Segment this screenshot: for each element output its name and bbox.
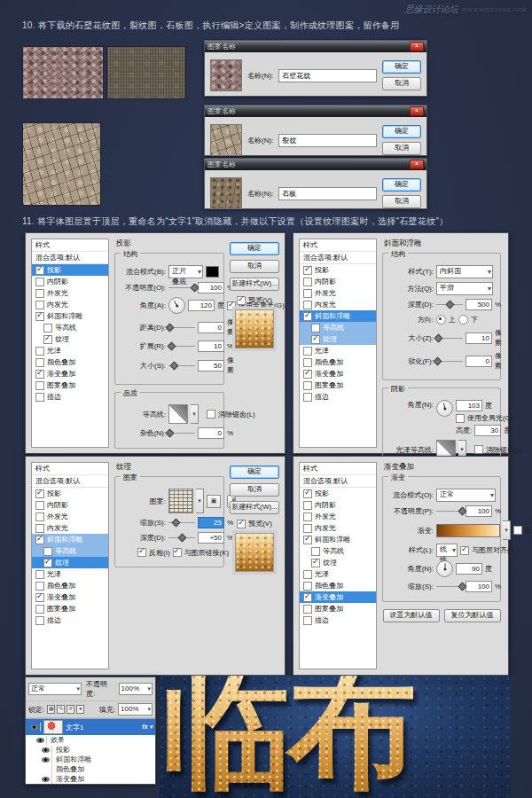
slider-track[interactable] [436, 586, 463, 587]
sidebar-item-颜色叠加[interactable]: 颜色叠加 [300, 580, 376, 591]
sidebar-item-描边[interactable]: 描边 [32, 614, 108, 626]
slider-track[interactable] [168, 346, 195, 347]
style-checkbox[interactable] [35, 393, 44, 402]
style-checkbox[interactable] [35, 605, 44, 614]
checkbox[interactable] [456, 414, 465, 423]
gradient-bar[interactable] [436, 524, 500, 537]
style-checkbox[interactable] [303, 393, 312, 402]
effect-row-投影[interactable]: 投影 [26, 745, 155, 755]
checkbox[interactable] [207, 410, 215, 419]
slider-knob[interactable] [446, 301, 455, 309]
sidebar-item-内发光[interactable]: 内发光 [300, 522, 376, 534]
style-checkbox[interactable] [303, 358, 312, 367]
sidebar-item-渐变叠加[interactable]: 渐变叠加 [32, 368, 108, 379]
cancel-button[interactable]: 取消 [382, 142, 421, 155]
style-checkbox[interactable] [35, 536, 44, 544]
value-input[interactable]: 50 [198, 360, 224, 372]
checkbox-option[interactable]: 反相(I) [137, 548, 170, 558]
value-input[interactable]: 10 [198, 340, 224, 352]
lock-position-icon[interactable]: ✛ [66, 705, 74, 714]
lock-all-icon[interactable]: ● [76, 705, 84, 714]
cancel-button[interactable]: 取消 [230, 260, 279, 273]
blending-options-item[interactable]: 混合选项:默认 [300, 252, 376, 264]
style-checkbox[interactable] [303, 605, 312, 614]
sidebar-item-外发光[interactable]: 外发光 [32, 511, 108, 522]
sidebar-item-图案叠加[interactable]: 图案叠加 [32, 379, 108, 391]
style-checkbox[interactable] [35, 582, 44, 591]
style-checkbox[interactable] [303, 301, 312, 309]
slider-track[interactable] [168, 287, 195, 288]
sidebar-item-纹理[interactable]: 纹理 [32, 333, 108, 345]
style-checkbox[interactable] [35, 570, 44, 579]
sidebar-item-描边[interactable]: 描边 [300, 391, 376, 403]
slider-track[interactable] [168, 365, 195, 366]
cancel-button[interactable]: 取消 [382, 195, 421, 208]
style-checkbox[interactable] [303, 489, 312, 498]
preview-checkbox-row[interactable]: 预览(V) [230, 519, 279, 528]
slider-track[interactable] [436, 511, 463, 512]
slider-knob[interactable] [165, 323, 174, 332]
effect-visibility-toggle[interactable] [40, 746, 52, 755]
style-checkbox[interactable] [303, 593, 312, 602]
reset-default-button[interactable]: 复位为默认值 [444, 609, 501, 622]
radio-option[interactable]: 下 [458, 315, 478, 325]
style-checkbox[interactable] [303, 381, 312, 390]
new-style-button[interactable]: 新建样式(W)... [230, 278, 279, 291]
style-checkbox[interactable] [303, 582, 312, 591]
checkbox[interactable] [173, 548, 182, 557]
slider-knob[interactable] [170, 361, 179, 370]
blend-mode-select[interactable]: 正常 [28, 683, 82, 695]
dropdown-select[interactable]: 平滑 [436, 282, 493, 295]
style-checkbox[interactable] [35, 593, 44, 602]
fx-badge[interactable]: fx ▾ [142, 724, 153, 731]
style-checkbox[interactable] [35, 381, 44, 390]
effects-visibility-toggle[interactable] [35, 736, 47, 745]
close-icon[interactable]: × [410, 160, 424, 169]
style-checkbox[interactable] [311, 547, 320, 556]
slider-knob[interactable] [168, 342, 176, 351]
sidebar-item-投影[interactable]: 投影 [32, 264, 108, 276]
new-pattern-icon[interactable]: ▣ [207, 495, 221, 508]
style-checkbox[interactable] [35, 289, 44, 298]
effect-visibility-toggle[interactable] [40, 765, 52, 774]
slider-track[interactable] [436, 304, 463, 305]
checkbox-option[interactable]: 消除锯齿(L) [207, 410, 255, 419]
sidebar-item-等高线[interactable]: 等高线 [32, 322, 108, 333]
style-checkbox[interactable] [311, 559, 320, 567]
set-default-button[interactable]: 设置为默认值 [383, 609, 440, 622]
sidebar-item-内阴影[interactable]: 内阴影 [32, 499, 108, 511]
sidebar-item-等高线[interactable]: 等高线 [32, 545, 108, 557]
pattern-name-input[interactable] [278, 69, 377, 82]
chevron-down-icon[interactable]: ▾ [196, 489, 204, 513]
preview-checkbox[interactable] [237, 296, 246, 305]
pattern-thumbnail[interactable] [168, 489, 193, 513]
style-checkbox[interactable] [35, 312, 44, 321]
radio-button[interactable] [436, 315, 446, 325]
slider-track[interactable] [168, 537, 195, 538]
style-checkbox[interactable] [35, 358, 44, 367]
sidebar-item-外发光[interactable]: 外发光 [300, 287, 376, 299]
value-input[interactable]: 103 [456, 400, 482, 411]
style-checkbox[interactable] [43, 559, 52, 567]
style-checkbox[interactable] [303, 370, 312, 379]
sidebar-item-图案叠加[interactable]: 图案叠加 [32, 603, 108, 614]
value-input[interactable]: 120 [188, 300, 215, 311]
cancel-button[interactable]: 取消 [382, 77, 421, 90]
style-checkbox[interactable] [35, 524, 44, 533]
effect-visibility-toggle[interactable] [40, 775, 52, 784]
value-input[interactable]: 0 [198, 322, 224, 333]
sidebar-item-投影[interactable]: 投影 [32, 488, 108, 499]
sidebar-item-光泽[interactable]: 光泽 [300, 345, 376, 356]
angle-dial[interactable] [168, 297, 185, 314]
style-checkbox[interactable] [303, 289, 312, 298]
sidebar-item-颜色叠加[interactable]: 颜色叠加 [32, 580, 108, 591]
sidebar-item-图案叠加[interactable]: 图案叠加 [300, 379, 376, 391]
angle-dial[interactable] [436, 400, 453, 417]
sidebar-item-描边[interactable]: 描边 [300, 614, 376, 626]
sidebar-item-斜面和浮雕[interactable]: 斜面和浮雕 [300, 310, 376, 322]
style-checkbox[interactable] [35, 347, 44, 356]
sidebar-item-光泽[interactable]: 光泽 [300, 568, 376, 580]
radio-button[interactable] [458, 315, 468, 325]
effect-row-渐变叠加[interactable]: 渐变叠加 [26, 774, 155, 784]
sidebar-item-内发光[interactable]: 内发光 [32, 522, 108, 534]
